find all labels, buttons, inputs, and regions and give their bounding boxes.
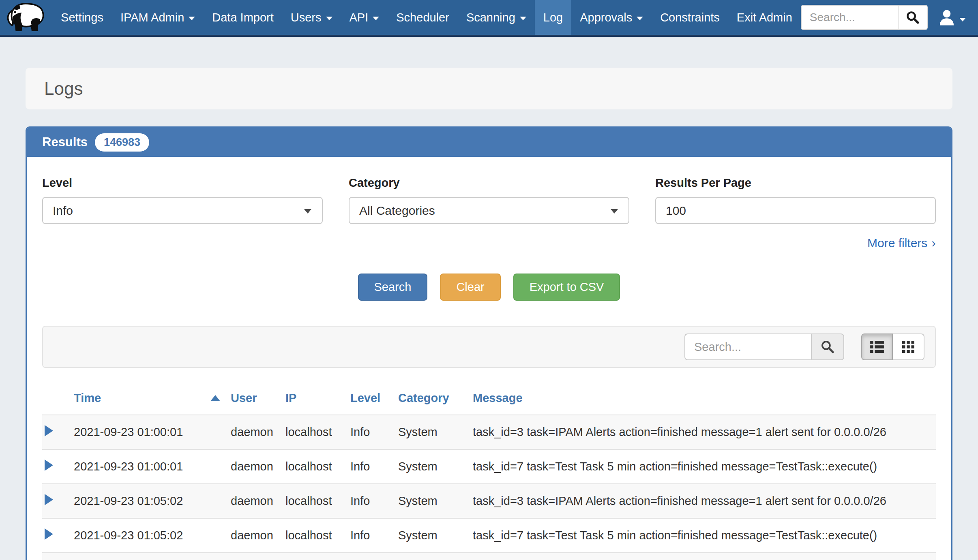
main-nav: Settings IPAM Admin Data Import Users AP… bbox=[52, 0, 801, 35]
results-per-page-input[interactable] bbox=[655, 197, 936, 224]
nav-label: Log bbox=[543, 11, 563, 24]
cell-user: daemon bbox=[231, 484, 285, 518]
category-label: Category bbox=[349, 176, 629, 190]
cell-time: 2021-09-23 01:00:01 bbox=[74, 449, 231, 484]
column-label: Level bbox=[350, 391, 380, 404]
filters-row: Level Info Category All Categories Resul… bbox=[42, 176, 936, 224]
table-search-input[interactable] bbox=[684, 333, 811, 360]
nav-item-ipam-admin[interactable]: IPAM Admin bbox=[112, 0, 204, 35]
cell-category: System bbox=[398, 415, 473, 449]
nav-label: Exit Admin bbox=[737, 11, 792, 24]
search-button[interactable]: Search bbox=[358, 274, 428, 301]
expand-caret-icon[interactable] bbox=[45, 494, 53, 505]
nav-item-approvals[interactable]: Approvals bbox=[571, 0, 652, 35]
results-panel: Results 146983 Level Info Category All C… bbox=[26, 126, 952, 560]
more-filters-label: More filters bbox=[867, 236, 927, 250]
table-row: 2021-09-23 01:05:02 daemon localhost Inf… bbox=[42, 518, 936, 553]
cell-level: Info bbox=[350, 415, 398, 449]
chevron-down-icon bbox=[611, 209, 618, 214]
level-select[interactable]: Info bbox=[42, 197, 323, 224]
nav-label: Settings bbox=[61, 11, 103, 24]
category-select[interactable]: All Categories bbox=[349, 197, 629, 224]
nav-item-scanning[interactable]: Scanning bbox=[458, 0, 535, 35]
level-label: Level bbox=[42, 176, 323, 190]
navbar-search bbox=[801, 5, 928, 30]
cell-ip: localhost bbox=[285, 484, 350, 518]
user-menu[interactable] bbox=[938, 9, 966, 26]
table-search bbox=[684, 333, 844, 360]
cell-category: System bbox=[398, 449, 473, 484]
cell-level: Info bbox=[350, 484, 398, 518]
column-header-category[interactable]: Category bbox=[398, 385, 473, 415]
phpipam-mammoth-logo[interactable] bbox=[0, 0, 52, 35]
expand-caret-icon[interactable] bbox=[45, 425, 53, 436]
column-header-level[interactable]: Level bbox=[350, 385, 398, 415]
category-select-value: All Categories bbox=[359, 204, 435, 218]
nav-item-settings[interactable]: Settings bbox=[52, 0, 112, 35]
grid-view-button[interactable] bbox=[893, 333, 924, 360]
column-header-user[interactable]: User bbox=[231, 385, 285, 415]
chevron-down-icon bbox=[959, 18, 966, 21]
mammoth-icon bbox=[2, 2, 51, 33]
more-filters-link[interactable]: More filters› bbox=[867, 236, 936, 250]
column-header-message[interactable]: Message bbox=[473, 385, 936, 415]
filter-results-per-page: Results Per Page bbox=[655, 176, 936, 224]
cell-message: task_id=3 task=IPAM Alerts action=finish… bbox=[473, 415, 936, 449]
results-panel-header: Results 146983 bbox=[27, 128, 951, 157]
expand-column-header bbox=[42, 385, 74, 415]
grid-view-icon bbox=[902, 341, 915, 353]
table-row: 2021-09-23 01:00:01 daemon localhost Inf… bbox=[42, 415, 936, 449]
nav-item-users[interactable]: Users bbox=[282, 0, 341, 35]
nav-item-scheduler[interactable]: Scheduler bbox=[388, 0, 458, 35]
level-select-value: Info bbox=[53, 204, 73, 218]
export-to-csv-button[interactable]: Export to CSV bbox=[513, 274, 620, 301]
cell-message: task_id=3 task=IPAM Alerts action=finish… bbox=[473, 553, 936, 560]
column-label: Category bbox=[398, 391, 449, 404]
nav-item-exit-admin[interactable]: Exit Admin bbox=[728, 0, 801, 35]
cell-level: Info bbox=[350, 449, 398, 484]
nav-item-constraints[interactable]: Constraints bbox=[652, 0, 728, 35]
top-navbar: Settings IPAM Admin Data Import Users AP… bbox=[0, 0, 978, 37]
more-filters-row: More filters› bbox=[42, 235, 936, 252]
nav-label: API bbox=[350, 11, 369, 24]
cell-user: daemon bbox=[231, 518, 285, 553]
cell-ip: localhost bbox=[285, 518, 350, 553]
expand-caret-icon[interactable] bbox=[45, 460, 53, 471]
page-title: Logs bbox=[44, 79, 83, 99]
filter-level: Level Info bbox=[42, 176, 323, 224]
page-container: Logs Results 146983 Level Info Category bbox=[26, 68, 952, 560]
results-title: Results bbox=[42, 135, 88, 150]
column-header-ip[interactable]: IP bbox=[285, 385, 350, 415]
nav-label: Approvals bbox=[580, 11, 632, 24]
cell-message: task_id=7 task=Test Task 5 min action=fi… bbox=[473, 449, 936, 484]
view-toggle-group bbox=[861, 333, 924, 360]
table-row: 2021-09-23 01:00:01 daemon localhost Inf… bbox=[42, 449, 936, 484]
search-icon bbox=[820, 340, 835, 354]
navbar-search-button[interactable] bbox=[898, 6, 927, 29]
clear-button[interactable]: Clear bbox=[440, 274, 500, 301]
log-table: Time User IP Level Category Message 2021… bbox=[42, 385, 936, 560]
cell-time: 2021-09-23 01:05:02 bbox=[74, 518, 231, 553]
cell-category: System bbox=[398, 553, 473, 560]
cell-category: System bbox=[398, 484, 473, 518]
nav-label: Scanning bbox=[466, 11, 515, 24]
nav-item-api[interactable]: API bbox=[341, 0, 388, 35]
nav-item-data-import[interactable]: Data Import bbox=[204, 0, 282, 35]
table-toolbar bbox=[42, 326, 936, 368]
cell-ip: localhost bbox=[285, 553, 350, 560]
cell-message: task_id=3 task=IPAM Alerts action=finish… bbox=[473, 484, 936, 518]
column-label: User bbox=[231, 391, 257, 404]
list-view-button[interactable] bbox=[861, 333, 893, 360]
table-row: 2021-09-23 01:10:02 daemon localhost Inf… bbox=[42, 553, 936, 560]
nav-label: Constraints bbox=[660, 11, 720, 24]
filter-category: Category All Categories bbox=[349, 176, 629, 224]
table-search-button[interactable] bbox=[811, 333, 844, 360]
chevron-down-icon bbox=[373, 17, 379, 20]
nav-item-log[interactable]: Log bbox=[535, 0, 571, 35]
cell-user: daemon bbox=[231, 415, 285, 449]
navbar-search-input[interactable] bbox=[802, 6, 898, 29]
results-count-badge: 146983 bbox=[95, 133, 149, 152]
expand-caret-icon[interactable] bbox=[45, 528, 53, 540]
column-header-time[interactable]: Time bbox=[74, 385, 231, 415]
cell-time: 2021-09-23 01:10:02 bbox=[74, 553, 231, 560]
